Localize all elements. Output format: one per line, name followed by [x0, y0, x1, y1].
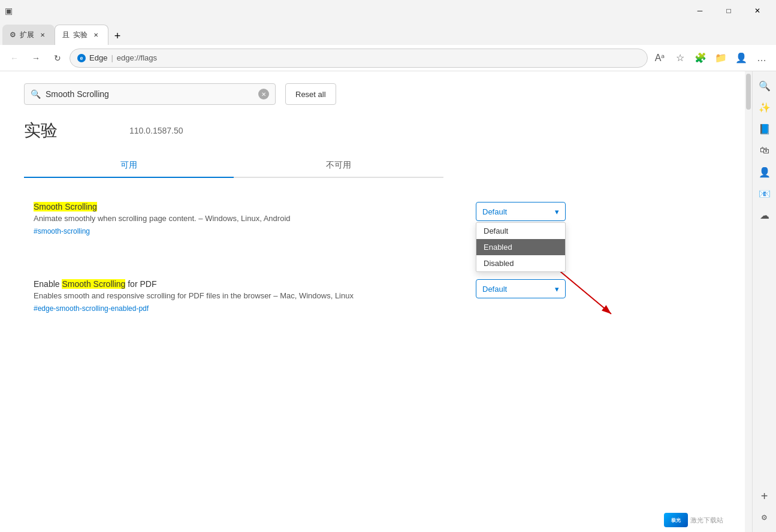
- tab-extensions-icon: ⚙: [10, 31, 16, 39]
- flag-link-1[interactable]: #smooth-scrolling: [34, 227, 90, 235]
- sidebar-icon-book[interactable]: 📘: [755, 119, 774, 138]
- refresh-button[interactable]: ↻: [48, 49, 67, 68]
- tab-extensions[interactable]: ⚙ 扩展 ✕: [2, 25, 55, 45]
- tab-available[interactable]: 可用: [24, 154, 234, 178]
- flag-info-2: Enable Smooth Scrolling for PDF Enables …: [34, 279, 466, 313]
- right-sidebar: 🔍 ✨ 📘 🛍 👤 📧 ☁ + ⚙: [752, 71, 776, 532]
- flag-select-value-1: Default: [482, 207, 507, 216]
- search-icon: 🔍: [31, 89, 41, 99]
- sidebar-icon-shopping[interactable]: 🛍: [755, 141, 774, 160]
- site-favicon: e: [77, 54, 86, 62]
- flag-item-pdf-scrolling: Enable Smooth Scrolling for PDF Enables …: [24, 270, 575, 323]
- search-clear-button[interactable]: ✕: [258, 89, 269, 99]
- tab-extensions-label: 扩展: [20, 30, 34, 40]
- scrollbar-track[interactable]: [745, 71, 752, 532]
- back-button[interactable]: ←: [5, 49, 24, 68]
- tab-experiments[interactable]: 且 实验 ✕: [55, 25, 108, 45]
- sidebar-icon-profile[interactable]: 👤: [755, 162, 774, 182]
- search-box[interactable]: 🔍 ✕: [24, 83, 276, 105]
- forward-button[interactable]: →: [26, 49, 46, 68]
- settings-button[interactable]: …: [752, 49, 771, 68]
- flag-select-value-2: Default: [482, 285, 507, 294]
- flag-title-2: Enable Smooth Scrolling for PDF: [34, 279, 466, 289]
- flag-select-1[interactable]: Default ▾: [476, 202, 566, 221]
- nav-icons-right: Aᵃ ☆ 🧩 📁 👤 …: [650, 49, 771, 68]
- dropdown-item-disabled-1[interactable]: Disabled: [476, 255, 565, 271]
- page-header: 实验 110.0.1587.50: [24, 119, 575, 142]
- flag-select-arrow-1: ▾: [555, 207, 559, 216]
- address-separator: |: [111, 53, 113, 62]
- sidebar-icon-outlook[interactable]: 📧: [755, 184, 774, 203]
- collections-button[interactable]: 📁: [711, 49, 730, 68]
- close-button[interactable]: ✕: [744, 0, 771, 21]
- read-aloud-button[interactable]: Aᵃ: [650, 49, 669, 68]
- flag-select-2[interactable]: Default ▾: [476, 279, 566, 298]
- flag-title-1: Smooth Scrolling: [34, 202, 466, 211]
- flag-row-2: Enable Smooth Scrolling for PDF Enables …: [34, 279, 566, 313]
- tab-experiments-label: 实验: [73, 30, 87, 40]
- maximize-button[interactable]: □: [715, 0, 742, 21]
- version-text: 110.0.1587.50: [129, 126, 183, 135]
- watermark-text: 激光下载站: [690, 516, 723, 525]
- flag-select-arrow-2: ▾: [555, 285, 559, 294]
- sidebar-icon-onedrive[interactable]: ☁: [755, 205, 774, 225]
- sidebar-add-button[interactable]: +: [755, 486, 774, 506]
- dropdown-item-enabled-1[interactable]: Enabled: [476, 239, 565, 255]
- flag-title-highlight-1: Smooth Scrolling: [34, 202, 97, 211]
- scrollbar-thumb[interactable]: [746, 74, 751, 110]
- flag-title-after-2: for PDF: [125, 279, 156, 289]
- content-area: 🔍 ✕ Reset all 实验 110.0.1587.50 可用 不可用: [0, 71, 752, 532]
- flag-item-smooth-scrolling: Smooth Scrolling Animate smoothly when s…: [24, 192, 575, 246]
- window-controls: ─ □ ✕: [686, 0, 771, 21]
- window-icon: ▣: [5, 6, 13, 16]
- flag-desc-1: Animate smoothly when scrolling page con…: [34, 214, 466, 223]
- sidebar-icon-search[interactable]: 🔍: [755, 76, 774, 95]
- flag-row-1: Smooth Scrolling Animate smoothly when s…: [34, 202, 566, 236]
- page-title: 实验: [24, 119, 58, 142]
- profile-button[interactable]: 👤: [732, 49, 751, 68]
- search-bar-row: 🔍 ✕ Reset all: [24, 83, 575, 105]
- flags-tabs: 可用 不可用: [24, 154, 443, 178]
- favorites-button[interactable]: ☆: [671, 49, 690, 68]
- flag-link-2[interactable]: #edge-smooth-scrolling-enabled-pdf: [34, 304, 149, 313]
- address-url: edge://flags: [117, 53, 157, 62]
- watermark: 极光 激光下载站: [664, 513, 723, 527]
- search-input[interactable]: [46, 89, 253, 99]
- extensions-button[interactable]: 🧩: [691, 49, 710, 68]
- dropdown-item-default-1[interactable]: Default: [476, 223, 565, 239]
- title-bar: ▣ ─ □ ✕: [0, 0, 776, 21]
- flag-dropdown-1: Default Enabled Disabled: [476, 222, 566, 272]
- tab-experiments-icon: 且: [62, 30, 70, 40]
- nav-bar: ← → ↻ e Edge | edge://flags Aᵃ ☆ 🧩 📁 👤 …: [0, 45, 776, 71]
- flag-desc-2: Enables smooth and responsive scrolling …: [34, 291, 466, 300]
- main-layout: 🔍 ✕ Reset all 实验 110.0.1587.50 可用 不可用: [0, 71, 776, 532]
- site-name: Edge: [89, 53, 107, 62]
- reset-all-button[interactable]: Reset all: [285, 83, 336, 105]
- tab-bar: ⚙ 扩展 ✕ 且 实验 ✕ +: [0, 21, 776, 45]
- flag-title-before-2: Enable: [34, 279, 62, 289]
- sidebar-icon-settings[interactable]: ⚙: [755, 508, 774, 527]
- sidebar-icon-sparkle[interactable]: ✨: [755, 98, 774, 117]
- flag-info-1: Smooth Scrolling Animate smoothly when s…: [34, 202, 466, 236]
- flag-control-2: Default ▾: [476, 279, 566, 298]
- tab-extensions-close[interactable]: ✕: [38, 30, 47, 40]
- flags-content: 🔍 ✕ Reset all 实验 110.0.1587.50 可用 不可用: [0, 71, 599, 349]
- minimize-button[interactable]: ─: [686, 0, 714, 21]
- watermark-logo: 极光: [664, 513, 688, 527]
- address-bar[interactable]: e Edge | edge://flags: [70, 49, 648, 68]
- flag-control-1: Default ▾ Default Enabled Disabled: [476, 202, 566, 221]
- new-tab-button[interactable]: +: [108, 27, 126, 45]
- flag-title-highlight-2: Smooth Scrolling: [62, 279, 125, 289]
- tab-experiments-close[interactable]: ✕: [91, 31, 101, 40]
- tab-unavailable[interactable]: 不可用: [234, 154, 443, 177]
